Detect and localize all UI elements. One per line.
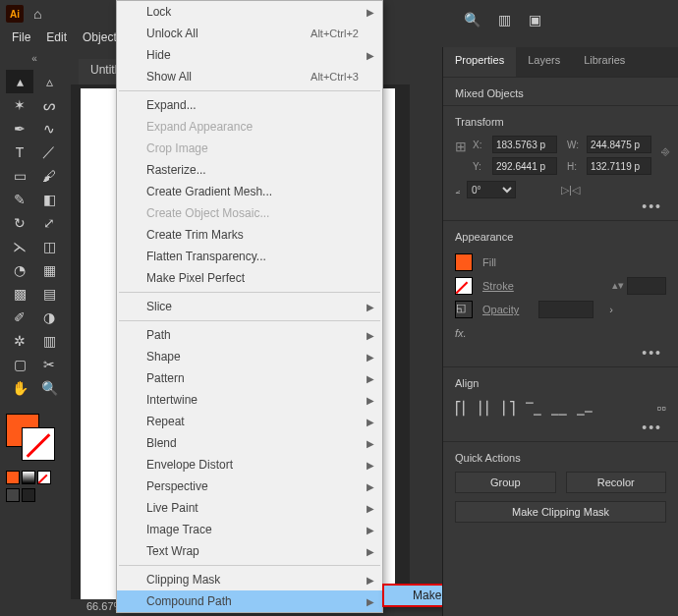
menu-shape[interactable]: Shape▶: [117, 346, 382, 367]
width-tool[interactable]: ⋋: [6, 235, 33, 258]
constrain-proportions-icon[interactable]: ⎆: [661, 136, 669, 159]
lasso-tool[interactable]: ᔕ: [35, 93, 63, 117]
align-bottom-icon[interactable]: ⎯⎽: [577, 401, 593, 416]
menu-intertwine[interactable]: Intertwine▶: [117, 389, 382, 411]
menu-image-trace[interactable]: Image Trace▶: [117, 519, 382, 540]
align-top-icon[interactable]: ⎺⎯: [526, 401, 541, 416]
perspective-grid-tool[interactable]: ▦: [35, 258, 63, 282]
mesh-tool[interactable]: ▩: [6, 282, 33, 306]
zoom-tool[interactable]: 🔍: [35, 376, 63, 400]
menu-rasterize[interactable]: Rasterize...: [117, 159, 382, 181]
menu-path[interactable]: Path▶: [117, 324, 382, 346]
menu-create-trim-marks[interactable]: Create Trim Marks: [117, 224, 382, 246]
none-mode-swatch[interactable]: [37, 471, 51, 484]
align-section: Align ⎡⎢ ⎢⎢ ⎢⎤ ⎺⎯ ⎯⎯ ⎯⎽ ▫▫ •••: [443, 366, 678, 441]
shape-builder-tool[interactable]: ◔: [6, 258, 33, 282]
pen-tool[interactable]: ✒: [6, 117, 33, 140]
toolbar-toggle-icon[interactable]: «: [0, 53, 69, 64]
tab-layers[interactable]: Layers: [516, 47, 572, 77]
eyedropper-tool[interactable]: ✐: [6, 306, 33, 329]
scale-tool[interactable]: ⤢: [35, 211, 63, 235]
tab-libraries[interactable]: Libraries: [572, 47, 637, 77]
eraser-tool[interactable]: ◧: [35, 188, 63, 211]
w-input[interactable]: [587, 136, 651, 153]
screen-mode-full[interactable]: [22, 488, 35, 502]
screen-mode-normal[interactable]: [6, 488, 20, 502]
recolor-button[interactable]: Recolor: [566, 472, 667, 493]
x-input[interactable]: [492, 136, 557, 153]
menu-expand[interactable]: Expand...: [117, 94, 382, 116]
stroke-swatch-button[interactable]: [455, 277, 473, 295]
menu-file[interactable]: File: [4, 28, 38, 46]
slice-tool[interactable]: ✂: [35, 353, 63, 376]
menu-envelope-distort[interactable]: Envelope Distort▶: [117, 454, 382, 476]
menu-text-wrap[interactable]: Text Wrap▶: [117, 540, 382, 562]
menu-compound-path[interactable]: Compound Path▶: [117, 590, 382, 612]
menu-unlock-all[interactable]: Unlock AllAlt+Ctrl+2: [117, 23, 382, 44]
align-hcenter-icon[interactable]: ⎢⎢: [479, 401, 492, 416]
paintbrush-tool[interactable]: 🖌: [35, 164, 63, 188]
align-to-icon[interactable]: ▫▫: [657, 401, 666, 416]
stroke-weight-stepper[interactable]: ▴▾: [612, 277, 666, 295]
fill-swatch-button[interactable]: [455, 253, 473, 271]
opacity-label[interactable]: Opacity: [482, 304, 519, 315]
rotate-tool[interactable]: ↻: [6, 211, 33, 235]
angle-select[interactable]: 0°: [467, 181, 516, 198]
group-button[interactable]: Group: [455, 472, 556, 493]
menu-clipping-mask[interactable]: Clipping Mask▶: [117, 569, 382, 590]
shaper-tool[interactable]: ✎: [6, 188, 33, 211]
menu-blend[interactable]: Blend▶: [117, 432, 382, 454]
rectangle-tool[interactable]: ▭: [6, 164, 33, 188]
menu-repeat[interactable]: Repeat▶: [117, 411, 382, 432]
tab-properties[interactable]: Properties: [443, 47, 516, 77]
menu-lock[interactable]: Lock▶: [117, 1, 382, 23]
make-clipping-mask-button[interactable]: Make Clipping Mask: [455, 501, 666, 523]
menu-edit[interactable]: Edit: [38, 28, 75, 46]
more-options-icon[interactable]: •••: [455, 198, 666, 214]
type-tool[interactable]: T: [6, 140, 33, 164]
stroke-label[interactable]: Stroke: [482, 280, 514, 292]
align-right-icon[interactable]: ⎢⎤: [502, 401, 516, 416]
direct-selection-tool[interactable]: ▵: [35, 70, 63, 93]
menu-live-paint[interactable]: Live Paint▶: [117, 497, 382, 519]
opacity-swatch-button[interactable]: ◱: [455, 301, 473, 318]
line-tool[interactable]: ／: [35, 140, 63, 164]
symbol-sprayer-tool[interactable]: ✲: [6, 329, 33, 353]
gradient-tool[interactable]: ▤: [35, 282, 63, 306]
fill-stroke-indicator[interactable]: [6, 414, 55, 502]
menu-make-pixel-perfect[interactable]: Make Pixel Perfect: [117, 267, 382, 289]
menu-slice[interactable]: Slice▶: [117, 296, 382, 317]
more-options-icon[interactable]: •••: [455, 345, 666, 361]
menu-flatten-transparency[interactable]: Flatten Transparency...: [117, 246, 382, 267]
h-input[interactable]: [587, 157, 651, 175]
align-left-icon[interactable]: ⎡⎢: [455, 401, 469, 416]
color-mode-swatch[interactable]: [6, 471, 20, 484]
blend-tool[interactable]: ◑: [35, 306, 63, 329]
y-input[interactable]: [492, 157, 557, 175]
chevron-right-icon[interactable]: ›: [609, 304, 613, 315]
menu-hide[interactable]: Hide▶: [117, 44, 382, 66]
flip-horizontal-icon[interactable]: ▷|◁: [561, 184, 580, 196]
workspace-icon[interactable]: ▣: [529, 12, 541, 28]
magic-wand-tool[interactable]: ✶: [6, 93, 33, 117]
fx-label[interactable]: fx.: [455, 321, 666, 345]
arrange-docs-icon[interactable]: ▥: [498, 12, 511, 28]
stroke-swatch[interactable]: [22, 427, 55, 461]
hand-tool[interactable]: ✋: [6, 376, 33, 400]
reference-point-icon[interactable]: ⊞: [455, 136, 467, 157]
gradient-mode-swatch[interactable]: [22, 471, 35, 484]
menu-pattern[interactable]: Pattern▶: [117, 367, 382, 389]
menu-create-gradient-mesh[interactable]: Create Gradient Mesh...: [117, 181, 382, 202]
more-options-icon[interactable]: •••: [455, 420, 666, 435]
opacity-value[interactable]: [538, 301, 593, 318]
home-icon[interactable]: ⌂: [33, 6, 41, 22]
menu-perspective[interactable]: Perspective▶: [117, 476, 382, 497]
selection-tool[interactable]: ▴: [6, 70, 33, 93]
free-transform-tool[interactable]: ◫: [35, 235, 63, 258]
curvature-tool[interactable]: ∿: [35, 117, 63, 140]
menu-show-all[interactable]: Show AllAlt+Ctrl+3: [117, 66, 382, 87]
graph-tool[interactable]: ▥: [35, 329, 63, 353]
artboard-tool[interactable]: ▢: [6, 353, 33, 376]
align-vcenter-icon[interactable]: ⎯⎯: [551, 401, 567, 416]
search-icon[interactable]: 🔍: [464, 12, 480, 28]
